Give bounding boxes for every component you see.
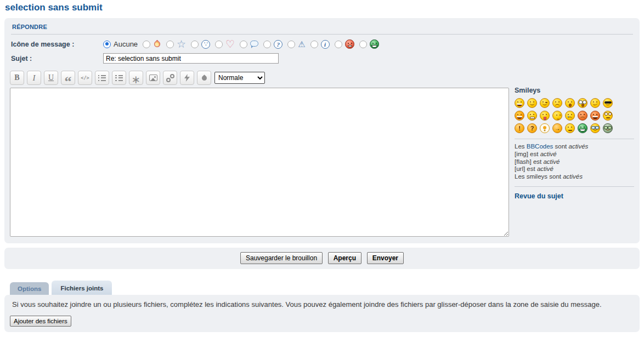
message-icon-none[interactable]: Aucune: [103, 40, 138, 48]
bold-button[interactable]: [10, 71, 24, 85]
subject-field-label: Sujet :: [11, 55, 103, 62]
insert-link-button[interactable]: [163, 71, 177, 85]
bbcode-status-flag: activé: [537, 165, 553, 172]
insert-image-button[interactable]: [146, 71, 160, 85]
smiley-laughing[interactable]: [515, 111, 524, 121]
flash-button[interactable]: [180, 71, 194, 85]
smiley-question[interactable]: [527, 123, 537, 133]
image-icon: [149, 75, 157, 81]
smiley-shocked[interactable]: [578, 98, 587, 108]
font-size-select[interactable]: Normale: [214, 72, 265, 84]
smiley-mr-green[interactable]: [578, 123, 587, 133]
page: selection sans submit RÉPONDRE Icône de …: [0, 0, 644, 332]
smiley-neutral[interactable]: [565, 123, 575, 133]
message-icon-options: Aucune: [103, 39, 384, 49]
reply-panel: RÉPONDRE Icône de message : Aucune: [4, 18, 640, 243]
smiley-razz[interactable]: [540, 111, 550, 121]
radio-button[interactable]: [191, 41, 199, 48]
code-button[interactable]: [78, 71, 92, 85]
bbcodes-link[interactable]: BBCodes: [527, 143, 553, 150]
message-icon-mad[interactable]: [335, 39, 354, 49]
smiley-evil[interactable]: [578, 111, 587, 121]
message-icon-warning[interactable]: [287, 40, 305, 49]
message-textarea[interactable]: [10, 88, 509, 237]
message-icon-dots[interactable]: [191, 40, 210, 49]
italic-button[interactable]: [27, 71, 41, 85]
quote-button[interactable]: [61, 71, 75, 85]
message-icon-heart[interactable]: [215, 40, 235, 49]
fire-icon: [153, 40, 162, 49]
message-icon-bubble[interactable]: [240, 41, 258, 48]
attachments-description: Si vous souhaitez joindre un ou plusieur…: [12, 300, 634, 309]
smiley-cool[interactable]: [603, 98, 613, 108]
smiley-mad[interactable]: [527, 111, 537, 121]
bbcode-status: Les BBCodes sont activés [img] est activ…: [515, 143, 634, 181]
droplet-icon: [201, 75, 208, 82]
bold-icon: [14, 73, 19, 82]
add-files-button[interactable]: Ajouter des fichiers: [10, 316, 71, 327]
bbcode-status-text: [flash] est: [515, 158, 543, 165]
smiley-smile[interactable]: [527, 98, 537, 108]
question-icon: [274, 40, 283, 49]
topic-review-link[interactable]: Revue du sujet: [515, 192, 563, 200]
underline-icon: [48, 73, 54, 82]
smiley-surprised[interactable]: [565, 98, 575, 108]
editor-left-column: Normale: [10, 71, 509, 238]
code-icon: [81, 75, 89, 81]
radio-button[interactable]: [287, 41, 295, 48]
message-icon-question[interactable]: [263, 40, 283, 49]
smiley-exclamation[interactable]: [515, 123, 524, 133]
radio-button[interactable]: [215, 41, 223, 48]
message-icon-fire[interactable]: [143, 40, 161, 48]
radio-button[interactable]: [240, 41, 247, 48]
bbcode-status-line: [img] est activé: [515, 151, 634, 158]
smiley-wink[interactable]: [540, 98, 550, 108]
link-icon: [166, 74, 174, 82]
bbcode-status-line: Les smileys sont activés: [515, 173, 634, 181]
radio-button[interactable]: [359, 41, 367, 48]
smiley-rolling-eyes[interactable]: [603, 111, 613, 121]
preview-button[interactable]: Aperçu: [328, 252, 361, 264]
smiley-idea[interactable]: [540, 123, 550, 133]
message-icon-star[interactable]: [166, 40, 186, 49]
tab-attachments[interactable]: Fichiers joints: [52, 281, 112, 295]
green-icon: [370, 39, 379, 49]
smiley-embarrassed[interactable]: [552, 111, 562, 121]
radio-button[interactable]: [103, 41, 111, 48]
smiley-twisted-evil[interactable]: [590, 111, 600, 121]
message-icon-green[interactable]: [359, 39, 379, 49]
bbcode-status-flag: activé: [540, 151, 557, 157]
bbcode-status-flag: activés: [563, 173, 583, 180]
smiley-very-happy[interactable]: [515, 98, 524, 108]
star-icon: [177, 40, 186, 49]
radio-button[interactable]: [310, 41, 318, 48]
smiley-sad[interactable]: [552, 98, 562, 108]
message-icon-info[interactable]: [310, 40, 330, 49]
radio-button[interactable]: [166, 41, 174, 48]
smiley-crying[interactable]: [565, 111, 575, 121]
underline-button[interactable]: [44, 71, 58, 85]
flash-icon: [184, 74, 190, 82]
unordered-list-button[interactable]: [95, 71, 109, 85]
smiley-arrow[interactable]: [552, 123, 562, 133]
ordered-list-button[interactable]: [112, 71, 126, 85]
list-item-button[interactable]: [129, 71, 143, 85]
subject-input[interactable]: [103, 53, 279, 64]
message-icon-field-row: Icône de message : Aucune: [11, 39, 633, 49]
dots-icon: [201, 40, 210, 49]
tab-options[interactable]: Options: [10, 282, 49, 295]
smiley-grid: [515, 98, 634, 133]
smiley-confused[interactable]: [590, 98, 600, 108]
bbcode-status-text: sont: [553, 143, 568, 150]
radio-button[interactable]: [335, 41, 342, 48]
save-draft-button[interactable]: Sauvegarder le brouillon: [240, 252, 323, 264]
radio-button[interactable]: [143, 41, 150, 48]
font-colour-button[interactable]: [197, 71, 211, 85]
submit-button[interactable]: Envoyer: [367, 252, 404, 264]
message-icon-option-label: Aucune: [114, 40, 138, 48]
attachments-panel: Si vous souhaitez joindre un ou plusieur…: [4, 295, 640, 332]
smiley-geek[interactable]: [590, 123, 600, 133]
olist-icon: [115, 75, 123, 81]
smiley-uber-geek[interactable]: [603, 123, 613, 133]
radio-button[interactable]: [263, 41, 271, 48]
